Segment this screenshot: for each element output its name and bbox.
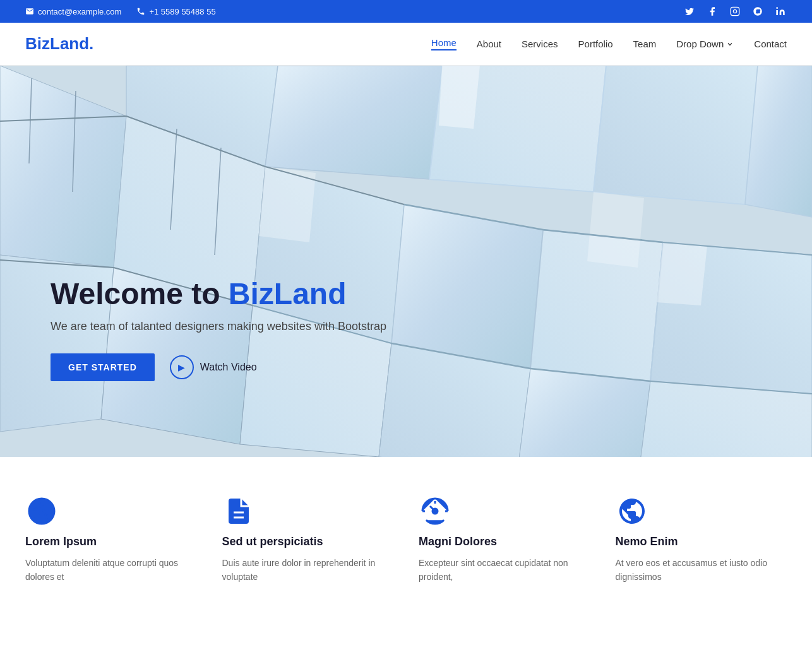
svg-point-45 — [433, 509, 438, 514]
topbar: contact@example.com +1 5589 55488 55 — [0, 0, 812, 23]
topbar-phone: +1 5589 55488 55 — [136, 7, 215, 16]
chevron-down-icon — [726, 40, 734, 48]
linkedin-link[interactable] — [774, 5, 787, 18]
topbar-socials — [683, 5, 787, 18]
nav-team[interactable]: Team — [633, 38, 657, 49]
nav-about[interactable]: About — [477, 38, 501, 49]
svg-marker-10 — [391, 204, 543, 369]
feature-title-1: Lorem Ipsum — [25, 535, 197, 548]
feature-title-3: Magni Dolores — [419, 535, 590, 548]
feature-desc-3: Excepteur sint occaecat cupidatat non pr… — [419, 556, 590, 584]
feature-magni-dolores: Magni Dolores Excepteur sint occaecat cu… — [419, 495, 590, 584]
nav-portfolio[interactable]: Portfolio — [578, 38, 613, 49]
feature-icon-document — [222, 495, 255, 528]
facebook-link[interactable] — [706, 5, 719, 18]
svg-marker-19 — [594, 66, 758, 204]
svg-point-2 — [776, 7, 778, 9]
svg-marker-23 — [587, 192, 644, 268]
nav-home[interactable]: Home — [431, 37, 457, 50]
logo-dot: . — [89, 34, 93, 53]
phone-icon — [136, 7, 145, 16]
feature-desc-1: Voluptatum deleniti atque corrupti quos … — [25, 556, 197, 584]
skype-link[interactable] — [751, 5, 764, 18]
svg-marker-15 — [638, 381, 812, 457]
feature-desc-2: Duis aute irure dolor in reprehenderit i… — [222, 556, 394, 584]
nav-contact[interactable]: Contact — [754, 38, 787, 49]
topbar-email: contact@example.com — [25, 7, 121, 16]
feature-desc-4: At vero eos et accusamus et iusto odio d… — [616, 556, 787, 584]
topbar-contact: contact@example.com +1 5589 55488 55 — [25, 7, 216, 16]
hero-grid — [0, 66, 812, 457]
features-section: Lorem Ipsum Voluptatum deleniti atque co… — [0, 457, 812, 610]
feature-icon-gauge — [419, 495, 451, 528]
instagram-link[interactable] — [729, 5, 741, 18]
twitter-icon — [684, 6, 695, 16]
linkedin-icon — [775, 6, 785, 16]
hero-title: Welcome to BizLand — [51, 278, 386, 311]
watch-video-label: Watch Video — [200, 362, 257, 373]
nav-links: Home About Services Portfolio Team Drop … — [431, 37, 787, 50]
feature-title-2: Sed ut perspiciatis — [222, 535, 394, 548]
nav-dropdown[interactable]: Drop Down — [676, 38, 734, 49]
play-icon: ▶ — [170, 355, 194, 379]
svg-marker-24 — [657, 242, 707, 305]
svg-marker-13 — [518, 369, 650, 457]
twitter-link[interactable] — [683, 5, 696, 18]
feature-sed-ut: Sed ut perspiciatis Duis aute irure dolo… — [222, 495, 394, 584]
hero-buttons: GET STARTED ▶ Watch Video — [51, 353, 386, 381]
get-started-button[interactable]: GET STARTED — [51, 353, 155, 381]
logo[interactable]: BizLand. — [25, 34, 93, 54]
svg-rect-0 — [731, 7, 739, 15]
logo-text: BizLand — [25, 34, 89, 53]
navbar: BizLand. Home About Services Portfolio T… — [0, 23, 812, 66]
nav-services[interactable]: Services — [522, 38, 558, 49]
instagram-icon — [730, 6, 740, 16]
skype-icon — [753, 6, 763, 16]
svg-marker-17 — [265, 66, 442, 179]
hero-title-brand: BizLand — [229, 277, 347, 310]
hero-section: Welcome to BizLand We are team of talant… — [0, 66, 812, 457]
feature-lorem-ipsum: Lorem Ipsum Voluptatum deleniti atque co… — [25, 495, 197, 584]
svg-marker-22 — [439, 66, 480, 129]
watch-video-button[interactable]: ▶ Watch Video — [170, 355, 257, 379]
hero-content: Welcome to BizLand We are team of talant… — [51, 278, 386, 381]
feature-icon-globe — [616, 495, 648, 528]
hero-subtitle: We are team of talanted designers making… — [51, 320, 386, 333]
feature-icon-dribbble — [25, 495, 58, 528]
email-icon — [25, 7, 34, 16]
facebook-icon — [707, 6, 717, 16]
hero-title-prefix: Welcome to — [51, 277, 229, 310]
feature-nemo-enim: Nemo Enim At vero eos et accusamus et iu… — [616, 495, 787, 584]
feature-title-4: Nemo Enim — [616, 535, 787, 548]
